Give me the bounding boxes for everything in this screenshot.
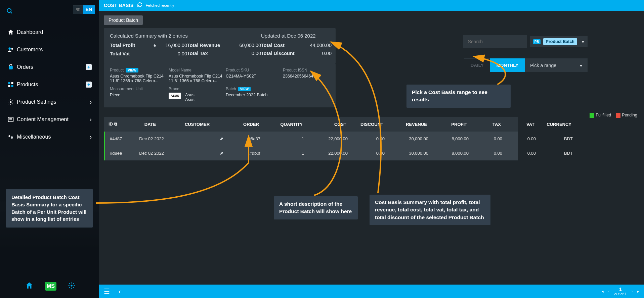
svg-rect-4 — [9, 66, 13, 69]
tab-product-batch[interactable]: Product Batch — [104, 15, 143, 25]
sidebar-item-customers[interactable]: Customers — [0, 41, 99, 58]
header: COST BASIS Fetched recently — [99, 0, 644, 11]
pager-first[interactable]: ◂ — [602, 289, 604, 294]
search-icon[interactable] — [5, 6, 15, 16]
misc-icon — [7, 134, 17, 140]
back-icon[interactable]: ‹ — [119, 288, 121, 295]
add-order-icon[interactable]: + — [86, 64, 92, 70]
annotation-side: Detailed Product Batch Cost Basis Summar… — [6, 189, 93, 228]
row-revenue: 30,000.00 — [387, 151, 430, 156]
refresh-icon[interactable] — [137, 2, 142, 9]
row-profit: 8,000.00 — [430, 151, 471, 156]
total-tax-label: Total Tax — [187, 51, 231, 56]
brand-label: Brand — [169, 87, 226, 91]
view-product-button[interactable]: VIEW — [126, 68, 138, 72]
total-vat-label: Total Vat — [110, 51, 152, 56]
sidebar-label: Miscellaneous — [17, 134, 51, 140]
total-profit: 16,000.00 — [158, 43, 187, 48]
search-input[interactable] — [463, 35, 527, 48]
table-row[interactable]: #4d87 Dec 02 2022 ⬈ #6a37 1 22,000.00 0.… — [105, 132, 518, 146]
home-footer-icon[interactable] — [25, 281, 34, 291]
sidebar-item-orders[interactable]: Orders + — [0, 58, 99, 76]
toggle-daily[interactable]: DAILY — [464, 58, 490, 72]
sidebar-item-products[interactable]: Products + — [0, 76, 99, 93]
sidebar-item-product-settings[interactable]: Product Settings › — [0, 93, 99, 111]
lang-bn[interactable]: বাং — [73, 5, 83, 14]
add-product-icon[interactable]: + — [86, 82, 92, 88]
total-profit-label: Total Profit — [110, 43, 152, 48]
total-discount: 0.00 — [301, 51, 332, 56]
page-number: 1 — [614, 287, 627, 292]
col-qty: QUANTITY — [261, 122, 305, 127]
col-customer: CUSTOMER — [170, 122, 224, 127]
pager-prev[interactable]: ‹ — [608, 289, 610, 293]
pager-last[interactable]: ▸ — [637, 289, 639, 294]
search-type-dropdown[interactable]: PB Product Batch ▾ — [530, 36, 588, 47]
fetch-status: Fetched recently — [146, 3, 174, 7]
batch-value: December 2022 Batch — [226, 93, 283, 97]
ms-badge-icon[interactable]: MS — [45, 282, 56, 291]
range-label: Pick a range — [530, 63, 556, 68]
col-order: ORDER — [224, 122, 261, 127]
total-revenue: 60,000.00 — [231, 43, 261, 48]
page-outof: out of 1 — [614, 292, 627, 296]
home-icon — [7, 29, 17, 36]
copy-icon[interactable]: ⧉ — [114, 121, 117, 127]
row-cost: 22,000.00 — [306, 151, 350, 156]
page-title: COST BASIS — [104, 3, 134, 8]
external-link-icon[interactable]: ⬈ — [220, 151, 223, 156]
table-header: ID ⧉ DATE CUSTOMER ORDER QUANTITY COST D… — [104, 117, 518, 132]
range-picker[interactable]: Pick a range ▾ — [525, 58, 588, 72]
total-vat: 0.00 — [158, 51, 187, 56]
toggle-monthly[interactable]: MONTHLY — [490, 58, 525, 72]
svg-point-15 — [71, 285, 73, 287]
table-row[interactable]: #d8ee Dec 02 2022 ⬈ #db0f 1 22,000.00 0.… — [105, 146, 518, 160]
col-tax: TAX — [469, 122, 503, 127]
users-icon — [7, 46, 17, 53]
svg-rect-6 — [11, 82, 13, 84]
svg-point-2 — [8, 47, 11, 50]
total-tax: 0.00 — [231, 51, 261, 56]
view-batch-button[interactable]: VIEW — [238, 87, 251, 91]
total-revenue-label: Total Revenue — [187, 43, 231, 48]
svg-line-1 — [11, 12, 12, 13]
col-vat: VAT — [503, 122, 536, 127]
sidebar-item-dashboard[interactable]: Dashboard — [0, 23, 99, 41]
content: Product Batch Calculated Summary with 2 … — [99, 11, 644, 285]
sidebar-item-content-management[interactable]: Content Management › — [0, 111, 99, 128]
svg-rect-5 — [8, 82, 10, 84]
pager-next[interactable]: › — [631, 289, 633, 293]
col-cost: COST — [305, 122, 348, 127]
col-discount: DISCOUNT — [348, 122, 385, 127]
legend-pending: Pending — [622, 113, 637, 117]
sidebar-item-miscellaneous[interactable]: Miscellaneous › — [0, 128, 99, 146]
chevron-right-icon: › — [90, 116, 92, 123]
summary-card: Calculated Summary with 2 entries Total … — [104, 28, 336, 64]
row-id: #d8ee — [108, 151, 131, 156]
row-qty: 1 — [262, 151, 306, 156]
row-currency: BDT — [538, 151, 575, 156]
footer: ☰ ‹ ◂ ‹ 1out of 1 › ▸ — [99, 285, 644, 298]
sidebar-label: Customers — [17, 47, 43, 53]
currency-symbol: ৳ — [152, 43, 158, 48]
sidebar: বাং EN Dashboard Customers Orders + Prod… — [0, 0, 99, 298]
language-switch[interactable]: বাং EN — [73, 5, 95, 14]
external-link-icon[interactable]: ⬈ — [220, 136, 223, 141]
row-tax: 0.00 — [471, 136, 504, 141]
row-qty: 1 — [262, 136, 306, 141]
menu-icon[interactable]: ☰ — [104, 287, 110, 295]
row-currency: BDT — [538, 136, 575, 141]
entries-table: ID ⧉ DATE CUSTOMER ORDER QUANTITY COST D… — [104, 117, 518, 160]
brand-logo: ASUS — [169, 93, 181, 99]
row-tax: 0.00 — [471, 151, 504, 156]
lang-en[interactable]: EN — [83, 5, 95, 14]
total-cost: 44,000.00 — [301, 43, 332, 48]
issn-value: 2366420566464 — [283, 74, 337, 79]
row-id: #4d87 — [108, 136, 131, 141]
row-discount: 0.00 — [350, 151, 387, 156]
row-order: #6a37 — [225, 136, 262, 141]
svg-point-9 — [10, 101, 12, 103]
legend: Fullfilled Pending — [590, 113, 637, 118]
col-currency: CURRENCY — [536, 122, 573, 127]
settings-footer-icon[interactable] — [68, 282, 75, 291]
